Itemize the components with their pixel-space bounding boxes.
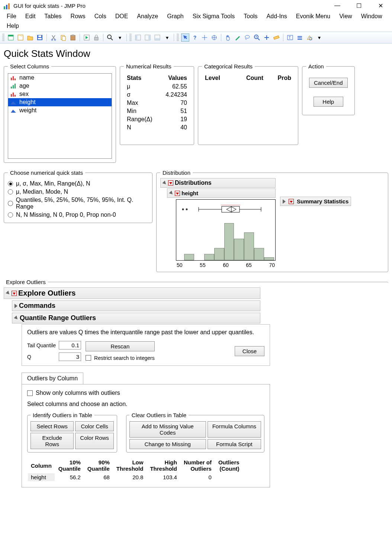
column-item-name[interactable]: name [8, 74, 112, 82]
menu-view[interactable]: View [335, 12, 356, 21]
explore-outliers-header[interactable]: Explore Outliers [4, 287, 260, 299]
formula-script-button[interactable]: Formula Script [208, 439, 261, 449]
exclude-rows-button[interactable]: Exclude Rows [30, 433, 74, 449]
radio-icon[interactable] [8, 212, 13, 218]
q-input[interactable] [59, 352, 81, 361]
radio-icon[interactable] [8, 201, 13, 206]
commands-header[interactable]: Commands [12, 300, 260, 311]
histogram[interactable] [176, 199, 276, 261]
quick-stat-option[interactable]: μ, σ, Max, Min, Range(Δ), N [8, 180, 148, 188]
summary-statistics-header[interactable]: Summary Statistics [280, 197, 351, 206]
disclosure-triangle-icon[interactable] [6, 291, 10, 296]
menu-window[interactable]: Window [357, 12, 387, 21]
zoom-tool-icon[interactable] [253, 33, 261, 42]
toolbar-gripper[interactable] [177, 34, 179, 41]
quick-stat-option[interactable]: N, N Missing, N 0, Prop 0, Prop non-0 [8, 211, 148, 219]
outlier-cell[interactable]: 56.2 [55, 473, 84, 481]
outlier-cell[interactable]: height [28, 473, 55, 481]
outlier-cell[interactable]: 0 [181, 473, 215, 481]
new-data-table-icon[interactable] [7, 33, 15, 42]
line-tool-icon[interactable] [296, 33, 304, 42]
new-script-icon[interactable] [16, 33, 25, 42]
disclosure-triangle-icon[interactable] [169, 191, 174, 196]
menu-edit[interactable]: Edit [21, 12, 40, 21]
text-tool-icon[interactable]: T [286, 33, 294, 42]
paste-icon[interactable] [69, 33, 77, 42]
dropdown-icon[interactable]: ▾ [315, 33, 323, 42]
brush-tool-icon[interactable] [234, 33, 242, 42]
menu-file[interactable]: File [2, 12, 21, 21]
qro-header[interactable]: Quantile Range Outliers [12, 313, 260, 323]
arrow-tool-icon[interactable] [181, 33, 189, 42]
shape-tool-icon[interactable] [305, 33, 314, 42]
dropdown-icon[interactable]: ▾ [116, 33, 124, 42]
color-rows-button[interactable]: Color Rows [75, 433, 114, 449]
color-cells-button[interactable]: Color Cells [75, 421, 114, 431]
cancel-button[interactable]: Cancel/End [309, 78, 348, 88]
menu-rows[interactable]: Rows [66, 12, 90, 21]
distributions-header[interactable]: Distributions [160, 178, 276, 188]
scroller-icon[interactable] [210, 33, 218, 42]
tail-quantile-input[interactable] [59, 341, 81, 349]
histogram-bar[interactable] [244, 232, 254, 260]
hot-spot-icon[interactable] [289, 199, 294, 204]
menu-tables[interactable]: Tables [40, 12, 66, 21]
histogram-bar[interactable] [264, 257, 274, 260]
hot-spot-icon[interactable] [168, 180, 173, 186]
column-item-height[interactable]: height [8, 98, 112, 106]
histogram-bar[interactable] [224, 223, 234, 260]
search-icon[interactable] [106, 33, 114, 42]
run-script-icon[interactable] [83, 33, 91, 42]
right-panel-icon[interactable] [144, 33, 152, 42]
column-list[interactable]: nameagesexheightweight [8, 73, 112, 159]
hot-spot-icon[interactable] [175, 191, 180, 196]
variable-header[interactable]: height [167, 188, 276, 198]
menu-evonik[interactable]: Evonik Menu [292, 12, 335, 21]
histogram-bar[interactable] [214, 248, 224, 260]
quick-stat-option[interactable]: μ, Median, Mode, N [8, 188, 148, 196]
add-to-missing-button[interactable]: Add to Missing Value Codes [129, 421, 206, 438]
left-panel-icon[interactable] [134, 33, 142, 42]
menu-addins[interactable]: Add-Ins [262, 12, 292, 21]
outlier-cell[interactable]: 68 [84, 473, 113, 481]
save-icon[interactable] [36, 33, 44, 42]
dropdown-icon[interactable]: ▾ [163, 33, 171, 42]
maximize-button[interactable]: ☐ [353, 2, 364, 9]
menu-cols[interactable]: Cols [90, 12, 111, 21]
bottom-panel-icon[interactable] [153, 33, 161, 42]
lasso-tool-icon[interactable] [243, 33, 251, 42]
histogram-bar[interactable] [254, 248, 264, 260]
histogram-bar[interactable] [204, 254, 214, 260]
column-item-age[interactable]: age [8, 82, 112, 90]
minimize-button[interactable]: — [332, 2, 343, 9]
help-tool-icon[interactable]: ? [191, 33, 199, 42]
formula-columns-button[interactable]: Formula Columns [208, 421, 261, 438]
outlier-cell[interactable]: 20.8 [113, 473, 147, 481]
menu-tools[interactable]: Tools [239, 12, 262, 21]
help-button[interactable]: Help [314, 97, 343, 107]
hot-spot-icon[interactable] [12, 291, 17, 296]
column-item-sex[interactable]: sex [8, 90, 112, 98]
copy-icon[interactable] [59, 33, 67, 42]
open-icon[interactable] [26, 33, 34, 42]
disclosure-triangle-icon[interactable] [14, 316, 19, 320]
radio-icon[interactable] [8, 181, 13, 186]
disclosure-triangle-icon[interactable] [283, 199, 286, 204]
outlier-cell[interactable] [215, 473, 242, 481]
histogram-bar[interactable] [234, 239, 244, 260]
rescan-button[interactable]: Rescan [86, 341, 155, 351]
close-button[interactable]: Close [235, 346, 264, 356]
histogram-bar[interactable] [184, 254, 194, 260]
add-tool-icon[interactable] [263, 33, 271, 42]
outliers-by-column-tab[interactable]: Outliers by Column [22, 373, 83, 384]
restrict-checkbox[interactable] [86, 355, 91, 361]
disclosure-triangle-icon[interactable] [15, 304, 17, 308]
hand-tool-icon[interactable] [224, 33, 232, 42]
close-button[interactable]: ✕ [375, 2, 386, 9]
menu-analyze[interactable]: Analyze [132, 12, 163, 21]
menu-help[interactable]: Help [2, 21, 23, 31]
menu-sixsigma[interactable]: Six Sigma Tools [188, 12, 240, 21]
menu-doe[interactable]: DOE [111, 12, 133, 21]
change-to-missing-button[interactable]: Change to Missing [129, 439, 206, 449]
disclosure-triangle-icon[interactable] [162, 180, 167, 185]
